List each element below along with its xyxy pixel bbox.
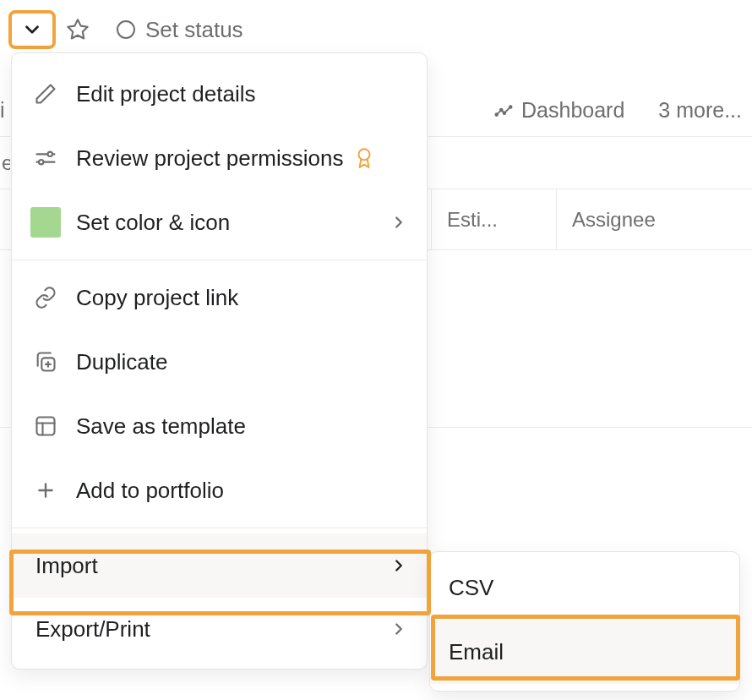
menu-divider [12, 528, 427, 528]
submenu-csv[interactable]: CSV [430, 555, 739, 620]
chevron-right-icon [390, 620, 408, 638]
circle-icon [117, 20, 135, 39]
menu-label: Duplicate [76, 349, 167, 375]
import-submenu: CSV Email [429, 551, 740, 692]
tab-partial: i [0, 98, 5, 122]
svg-point-1 [495, 113, 498, 116]
sliders-icon [30, 143, 61, 173]
duplicate-icon [30, 347, 61, 377]
tab-more-label: 3 more... [658, 98, 742, 123]
set-status-button[interactable]: Set status [117, 17, 243, 43]
svg-point-4 [510, 106, 512, 108]
col-label-assignee: Assignee [572, 208, 656, 232]
star-icon [66, 18, 90, 41]
menu-duplicate[interactable]: Duplicate [12, 330, 427, 394]
svg-point-9 [359, 149, 370, 160]
award-icon [353, 147, 375, 169]
top-bar: Set status [0, 0, 752, 59]
tab-label: Dashboard [521, 98, 624, 123]
menu-copy-link[interactable]: Copy project link [12, 265, 427, 330]
submenu-email[interactable]: Email [430, 620, 739, 684]
menu-add-portfolio[interactable]: Add to portfolio [12, 458, 427, 522]
submenu-label: Email [449, 639, 504, 665]
menu-label: Save as template [76, 413, 246, 440]
tab-more[interactable]: 3 more... [658, 98, 742, 123]
svg-marker-0 [68, 19, 87, 38]
dashboard-icon [494, 101, 513, 120]
pencil-icon [30, 79, 61, 109]
menu-divider [12, 260, 427, 260]
menu-label: Edit project details [76, 81, 255, 107]
favorite-button[interactable] [66, 18, 90, 41]
tab-dashboard[interactable]: Dashboard [494, 98, 624, 123]
menu-label: Add to portfolio [76, 478, 224, 504]
svg-rect-13 [37, 418, 55, 435]
menu-label: Review project permissions [76, 145, 343, 172]
color-swatch-icon [30, 207, 61, 238]
template-icon [30, 411, 61, 441]
menu-export[interactable]: Export/Print [12, 598, 427, 660]
menu-label: Set color & icon [76, 210, 230, 236]
table-col-3[interactable]: Assignee [556, 189, 752, 249]
menu-label: Export/Print [35, 616, 150, 643]
project-actions-menu: Edit project details Review project perm… [11, 52, 428, 670]
submenu-label: CSV [449, 575, 493, 601]
svg-point-6 [48, 152, 52, 156]
chevron-right-icon [390, 213, 408, 232]
plus-icon [30, 475, 61, 506]
menu-label: Copy project link [76, 285, 238, 311]
menu-edit-project[interactable]: Edit project details [12, 62, 427, 126]
menu-import[interactable]: Import [12, 533, 427, 598]
chevron-right-icon [390, 556, 408, 575]
menu-review-permissions[interactable]: Review project permissions [12, 126, 427, 190]
svg-point-3 [504, 112, 506, 114]
menu-set-color[interactable]: Set color & icon [12, 190, 427, 254]
svg-point-8 [39, 160, 43, 164]
project-menu-trigger[interactable] [8, 10, 56, 49]
table-col-2[interactable]: Esti... [431, 189, 556, 249]
menu-label: Import [35, 553, 98, 579]
menu-save-template[interactable]: Save as template [12, 394, 427, 458]
col-label-estimate: Esti... [447, 208, 498, 232]
svg-point-2 [500, 108, 503, 111]
secondary-row-label: e [2, 151, 10, 175]
set-status-label: Set status [145, 17, 243, 43]
link-icon [30, 282, 61, 313]
chevron-down-icon [21, 19, 43, 41]
